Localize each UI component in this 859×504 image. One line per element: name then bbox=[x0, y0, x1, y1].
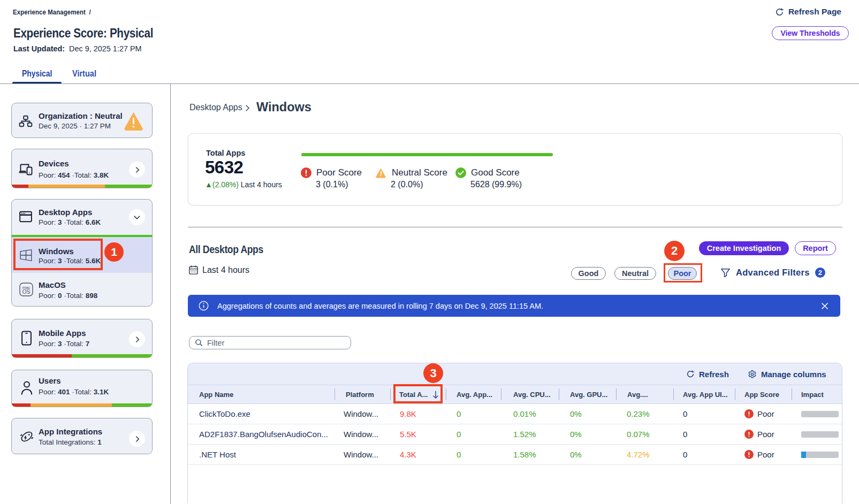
svg-text:OS: OS bbox=[22, 288, 30, 295]
